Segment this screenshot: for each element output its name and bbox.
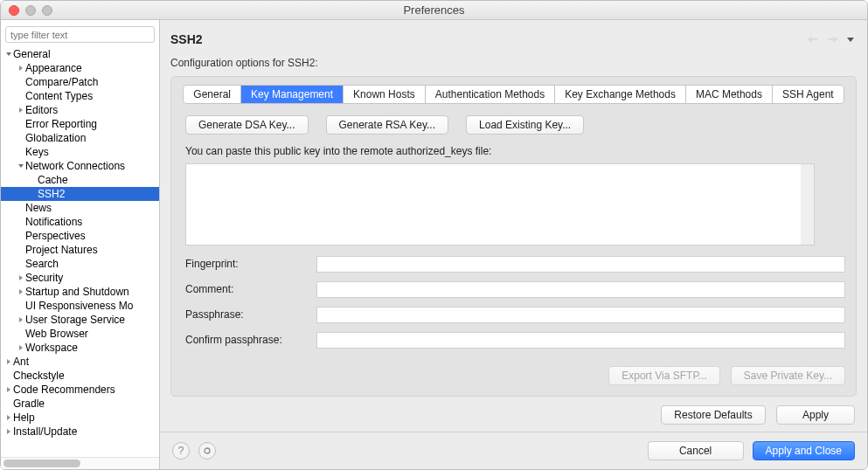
tree-item-label: Install/Update <box>13 425 77 438</box>
forward-icon[interactable] <box>825 33 841 45</box>
tree-item[interactable]: Web Browser <box>1 327 159 341</box>
chevron-right-icon[interactable] <box>17 106 25 114</box>
view-menu-icon[interactable] <box>846 34 857 45</box>
tree-item[interactable]: Help <box>1 411 159 425</box>
passphrase-label: Passphrase: <box>185 307 308 323</box>
apply-button[interactable]: Apply <box>776 405 855 425</box>
window-title: Preferences <box>1 3 867 17</box>
spacer-icon <box>17 301 25 310</box>
chevron-right-icon[interactable] <box>17 315 25 324</box>
export-sftp-button: Export Via SFTP... <box>608 366 720 385</box>
zoom-window-button[interactable] <box>42 5 52 16</box>
tree-item-label: User Storage Service <box>25 314 125 326</box>
chevron-right-icon[interactable] <box>4 427 13 436</box>
scrollbar-thumb[interactable] <box>3 460 80 467</box>
tab-key-management[interactable]: Key Management <box>241 86 344 103</box>
tree-item[interactable]: Editors <box>1 103 159 117</box>
confirm-passphrase-field[interactable] <box>316 332 845 349</box>
content-area: SSH2 Configuration options for SSH2: <box>160 20 867 469</box>
generate-rsa-button[interactable]: Generate RSA Key... <box>326 115 449 135</box>
tree-item[interactable]: Workspace <box>1 341 159 355</box>
close-window-button[interactable] <box>9 5 19 16</box>
tree-item[interactable]: Gradle <box>1 397 159 411</box>
tree-item[interactable]: Security <box>1 271 159 285</box>
apply-and-close-button[interactable]: Apply and Close <box>753 441 855 460</box>
public-key-textarea[interactable] <box>185 163 815 245</box>
tree-item-label: Notifications <box>25 216 82 228</box>
chevron-right-icon[interactable] <box>17 64 25 73</box>
tree-item[interactable]: Startup and Shutdown <box>1 285 159 299</box>
chevron-right-icon[interactable] <box>4 357 13 366</box>
tree-item[interactable]: Perspectives <box>1 229 159 243</box>
help-icon[interactable]: ? <box>172 442 190 460</box>
tree-item[interactable]: Network Connections <box>1 159 159 173</box>
tree-item[interactable]: Search <box>1 257 159 271</box>
tree-item[interactable]: UI Responsiveness Mo <box>1 299 159 313</box>
chevron-right-icon[interactable] <box>17 273 25 282</box>
tree-item-label: Search <box>25 258 59 270</box>
tab-ssh-agent[interactable]: SSH Agent <box>773 86 844 103</box>
spacer-icon <box>4 371 13 380</box>
tree-item[interactable]: Project Natures <box>1 243 159 257</box>
tree-item[interactable]: Notifications <box>1 215 159 229</box>
tab-key-exchange-methods[interactable]: Key Exchange Methods <box>555 86 686 103</box>
tree-item[interactable]: General <box>1 47 159 61</box>
tab-authentication-methods[interactable]: Authentication Methods <box>426 86 555 103</box>
tree-item-label: SSH2 <box>38 188 65 200</box>
restore-defaults-button[interactable]: Restore Defaults <box>661 405 766 425</box>
spacer-icon <box>17 148 25 156</box>
window-controls <box>9 5 52 16</box>
cancel-button[interactable]: Cancel <box>648 441 744 460</box>
tree-item-label: Network Connections <box>25 160 125 172</box>
chevron-right-icon[interactable] <box>17 287 25 296</box>
tab-bar: GeneralKey ManagementKnown HostsAuthenti… <box>182 86 845 103</box>
generate-dsa-button[interactable]: Generate DSA Key... <box>185 115 309 135</box>
chevron-right-icon[interactable] <box>4 413 13 422</box>
chevron-right-icon[interactable] <box>4 385 13 394</box>
sidebar-horizontal-scrollbar[interactable] <box>1 457 159 469</box>
tree-item[interactable]: Cache <box>1 173 159 187</box>
tree-item-label: General <box>13 48 51 60</box>
fingerprint-field[interactable] <box>316 256 845 273</box>
passphrase-field[interactable] <box>316 307 845 323</box>
tree-item[interactable]: Appearance <box>1 61 159 75</box>
page-subtitle: Configuration options for SSH2: <box>160 53 867 76</box>
tree-item[interactable]: Globalization <box>1 131 159 145</box>
textarea-scrollbar[interactable] <box>801 164 814 245</box>
chevron-right-icon[interactable] <box>17 343 25 352</box>
comment-field[interactable] <box>316 281 845 298</box>
chevron-down-icon[interactable] <box>4 50 13 59</box>
tab-mac-methods[interactable]: MAC Methods <box>686 86 773 103</box>
tree-item[interactable]: Compare/Patch <box>1 75 159 89</box>
tree-item[interactable]: News <box>1 201 159 215</box>
tree-item[interactable]: Ant <box>1 355 159 369</box>
tree-item[interactable]: Install/Update <box>1 425 159 439</box>
tab-general[interactable]: General <box>184 86 241 103</box>
tree-item-label: Cache <box>38 174 68 186</box>
titlebar[interactable]: Preferences <box>1 1 867 20</box>
tree-item-label: Editors <box>25 104 58 116</box>
tree-item[interactable]: Error Reporting <box>1 117 159 131</box>
spacer-icon <box>17 120 25 128</box>
load-existing-key-button[interactable]: Load Existing Key... <box>466 115 584 135</box>
tree-item[interactable]: Code Recommenders <box>1 383 159 397</box>
tree-item[interactable]: User Storage Service <box>1 313 159 327</box>
tree-item-label: Security <box>25 272 63 284</box>
filter-input[interactable] <box>5 26 155 43</box>
tree-item[interactable]: Checkstyle <box>1 369 159 383</box>
tree-item[interactable]: SSH2 <box>1 187 159 201</box>
back-icon[interactable] <box>804 33 820 45</box>
spacer-icon <box>17 92 25 100</box>
key-form: Fingerprint: Comment: Passphrase: Confir… <box>185 256 845 349</box>
tree-item[interactable]: Keys <box>1 145 159 159</box>
tree-item-label: Perspectives <box>25 230 86 242</box>
tab-known-hosts[interactable]: Known Hosts <box>344 86 426 103</box>
tree-item-label: Gradle <box>13 397 45 410</box>
sidebar: GeneralAppearanceCompare/PatchContent Ty… <box>1 20 160 469</box>
oomph-icon[interactable] <box>198 442 216 460</box>
content-header: SSH2 <box>160 20 867 53</box>
preferences-tree[interactable]: GeneralAppearanceCompare/PatchContent Ty… <box>1 47 159 457</box>
tree-item[interactable]: Content Types <box>1 89 159 103</box>
chevron-down-icon[interactable] <box>17 162 25 170</box>
minimize-window-button[interactable] <box>25 5 36 16</box>
